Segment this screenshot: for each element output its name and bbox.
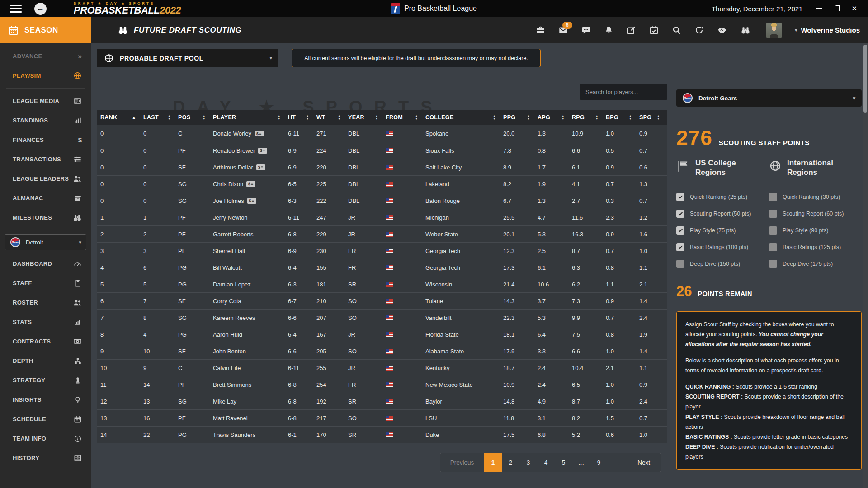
player-name[interactable]: Sherrell Hall [213,248,245,254]
scouting-option[interactable]: Quick Ranking (30 pts) [769,193,862,201]
page-button[interactable]: 2 [502,453,519,472]
column-header-wt[interactable]: WT▲▼ [316,110,348,125]
player-name[interactable]: Bill Walcutt [213,264,242,271]
column-header-player[interactable]: PLAYER▲▼ [213,110,288,125]
checkbox[interactable] [769,193,777,201]
sidebar-item-history[interactable]: HISTORY [0,448,91,468]
sidebar-item-standings[interactable]: STANDINGS [0,111,91,130]
player-card-icon[interactable]: $≡ [246,181,255,187]
table-row[interactable]: 0 0 C Donald Worley $≡ 6-11 271 DBL Spok… [97,125,667,142]
column-header-ht[interactable]: HT▲▼ [288,110,316,125]
player-card-icon[interactable]: $≡ [258,148,267,154]
chat-icon[interactable] [581,25,591,35]
table-row[interactable]: 3 3 PF Sherrell Hall 6-9 230 FR Georgia … [97,242,667,259]
sidebar-item-almanac[interactable]: ALMANAC [0,188,91,208]
checkbox[interactable] [676,210,684,218]
scouting-option[interactable]: Play Style (90 pts) [769,226,862,235]
table-row[interactable]: 1 1 PF Jerry Newton 6-11 247 JR Michigan… [97,209,667,225]
player-name[interactable]: Chris Dixon [213,181,243,188]
handshake-icon[interactable] [717,25,727,35]
column-header-year[interactable]: YEAR▲▼ [348,110,386,125]
season-section-header[interactable]: SEASON [0,17,91,43]
checkbox[interactable] [769,243,777,251]
player-name[interactable]: Calvin Fife [213,365,241,371]
player-name[interactable]: Damian Lopez [213,281,251,288]
player-name[interactable]: Brett Simmons [213,381,251,388]
table-row[interactable]: 10 9 C Calvin Fife 6-11 255 JR Kentucky … [97,359,667,376]
scouting-option[interactable]: Basic Ratings (125 pts) [769,243,862,251]
scouting-option[interactable]: Deep Dive (175 pts) [769,260,862,268]
sidebar-item-advance[interactable]: ADVANCE » [0,47,91,66]
scouting-option[interactable]: Deep Dive (150 pts) [676,260,769,268]
sidebar-item-league-leaders[interactable]: LEAGUE LEADERS [0,169,91,188]
sidebar-item-dashboard[interactable]: DASHBOARD [0,254,91,273]
table-row[interactable]: 0 0 SF Arthimus Dollar $≡ 6-9 220 DBL Sa… [97,159,667,175]
page-button[interactable]: … [572,453,590,472]
menu-icon[interactable] [10,5,22,13]
player-name[interactable]: Mike Lay [213,398,236,405]
table-row[interactable]: 5 5 PG Damian Lopez 6-3 181 SR Wisconsin… [97,276,667,292]
player-name[interactable]: Travis Saunders [213,432,255,438]
column-header-pos[interactable]: POS▲▼ [178,110,213,125]
table-row[interactable]: 9 10 SF John Benton 6-6 205 SO Alabama S… [97,343,667,359]
sidebar-item-team-info[interactable]: TEAM INFO [0,429,91,448]
briefcase-icon[interactable] [536,25,545,35]
page-button[interactable]: 3 [519,453,537,472]
sidebar-item-stats[interactable]: STATS [0,312,91,332]
notifications-bell-icon[interactable] [604,25,613,35]
player-name[interactable]: John Benton [213,348,246,355]
player-name[interactable]: Joe Holmes [213,197,244,204]
previous-page-button[interactable]: Previous [440,453,484,472]
checkbox[interactable] [769,260,777,268]
table-row[interactable]: 2 2 PF Garrett Roberts 6-8 229 JR Weber … [97,225,667,242]
table-row[interactable]: 7 8 SG Kareem Reeves 6-6 207 SO Vanderbi… [97,309,667,326]
page-button[interactable]: 1 [484,453,502,472]
checkbox[interactable] [769,226,777,235]
column-header-rank[interactable]: RANK▲ [100,110,143,125]
checkbox[interactable] [676,243,684,251]
mail-icon[interactable]: 6 [558,25,568,35]
sidebar-item-play-sim[interactable]: PLAY/SIM [0,66,91,85]
search-icon[interactable] [672,25,681,35]
column-header-ppg[interactable]: PPG▲▼ [503,110,538,125]
sidebar-item-strategy[interactable]: STRATEGY [0,371,91,390]
column-header-rpg[interactable]: RPG▲▼ [572,110,606,125]
scouting-binoculars-icon[interactable] [741,25,750,35]
user-menu[interactable]: ▾ Wolverine Studios [795,26,860,34]
column-header-last[interactable]: LAST▲▼ [143,110,178,125]
team-dropdown[interactable]: Detroit Gears ▾ [676,89,862,107]
checkbox[interactable] [676,226,684,235]
player-name[interactable]: Donald Worley [213,130,251,137]
column-header-apg[interactable]: APG▲▼ [538,110,572,125]
table-row[interactable]: 11 14 PF Brett Simmons 6-8 254 FR New Me… [97,376,667,393]
sidebar-item-insights[interactable]: INSIGHTS [0,390,91,409]
sidebar-item-staff[interactable]: STAFF [0,273,91,293]
checkbox[interactable] [676,260,684,268]
search-input[interactable] [580,84,667,100]
table-row[interactable]: 8 4 PG Aaron Huld 6-4 167 JR Florida Sta… [97,326,667,343]
sidebar-item-milestones[interactable]: MILESTONES [0,208,91,227]
scrollbar-thumb[interactable] [863,45,867,113]
sidebar-item-roster[interactable]: ROSTER [0,293,91,312]
player-name[interactable]: Kareem Reeves [213,314,255,321]
player-card-icon[interactable]: $≡ [247,198,256,204]
scouting-option[interactable]: Scouting Report (50 pts) [676,210,769,218]
table-row[interactable]: 13 16 PF Matt Ravenel 6-8 217 SO LSU 11.… [97,409,667,426]
page-button[interactable]: 4 [537,453,555,472]
player-name[interactable]: Aaron Huld [213,331,242,338]
column-header-bpg[interactable]: BPG▲▼ [606,110,639,125]
back-button[interactable]: ← [34,3,47,15]
column-header-spg[interactable]: SPG▲▼ [639,110,667,125]
player-name[interactable]: Arthimus Dollar [213,164,253,171]
scouting-option[interactable]: Play Style (75 pts) [676,226,769,235]
table-row[interactable]: 14 22 PG Travis Saunders 6-1 170 SR Duke… [97,426,667,443]
table-row[interactable]: 12 13 SG Mike Lay 6-8 192 SR Baylor 14.8… [97,393,667,409]
scouting-option[interactable]: Basic Ratings (100 pts) [676,243,769,251]
table-row[interactable]: 0 0 PF Renaldo Brewer $≡ 6-9 224 DBL Sio… [97,142,667,159]
table-row[interactable]: 0 0 SG Chris Dixon $≡ 6-5 225 DBL Lakela… [97,175,667,192]
player-name[interactable]: Garrett Roberts [213,231,254,238]
team-select-dropdown[interactable]: Detroit ▾ [5,234,86,250]
sidebar-item-schedule[interactable]: SCHEDULE [0,409,91,429]
page-button[interactable]: 9 [590,453,608,472]
page-button[interactable]: 5 [555,453,572,472]
